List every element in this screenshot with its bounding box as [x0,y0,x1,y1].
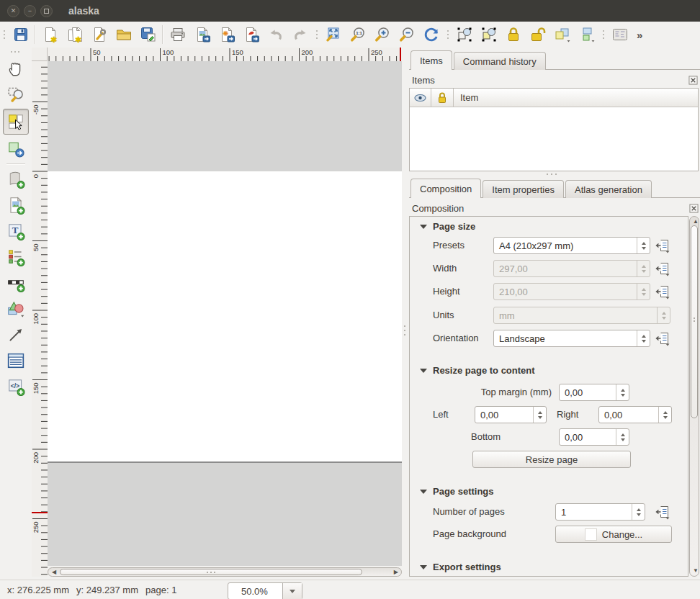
spin-arrows-icon[interactable] [658,407,671,423]
tab-composition[interactable]: Composition [410,179,481,198]
scroll-down-icon[interactable]: ▼ [693,568,699,574]
scroll-left-icon[interactable]: ◀ [52,569,56,575]
orientation-combobox[interactable]: Landscape [493,330,650,347]
section-page-size[interactable]: Page size [420,221,475,232]
load-from-template-button[interactable] [113,24,134,45]
undo-button[interactable] [265,24,286,45]
scrollbar-thumb[interactable] [60,569,362,575]
visibility-column-eye-icon [414,94,426,102]
lock-items-button[interactable] [503,24,524,45]
tab-command-history[interactable]: Command history [454,52,546,70]
zoom-dropdown-icon[interactable] [282,583,302,599]
bottom-margin-spinbox[interactable]: 0,00 [559,428,629,446]
add-legend-button[interactable] [4,246,27,269]
close-window-icon[interactable]: ✕ [7,5,19,17]
items-table[interactable]: Item [409,88,699,171]
combo-arrows-icon[interactable] [637,330,650,346]
save-project-button[interactable] [10,24,31,45]
section-page-settings[interactable]: Page settings [420,486,494,497]
section-resize-page[interactable]: Resize page to content [420,365,535,376]
toolbar-grip[interactable] [7,49,24,54]
add-map-button[interactable] [4,168,27,191]
add-arrow-button[interactable] [4,323,27,346]
unlock-items-button[interactable] [527,24,548,45]
move-item-content-button[interactable] [4,138,27,161]
toolbar-grip[interactable] [601,26,606,43]
right-margin-spinbox[interactable]: 0,00 [598,406,672,423]
duplicate-composition-button[interactable]: ✱ [64,24,85,45]
composition-tabbar: Composition Item properties Atlas genera… [410,179,653,198]
toolbar-overflow-button[interactable]: » [634,29,645,41]
composition-page[interactable] [48,171,402,461]
data-defined-override-button[interactable] [653,503,672,521]
spin-arrows-icon[interactable] [616,384,629,400]
tab-item-properties[interactable]: Item properties [483,180,564,198]
zoom-actual-button[interactable]: 1:1 [347,24,368,45]
toolbar-grip[interactable] [445,26,450,43]
minimize-window-icon[interactable]: − [24,5,36,17]
select-move-item-button[interactable] [3,109,29,135]
left-margin-spinbox[interactable]: 0,00 [475,406,547,423]
export-pdf-button[interactable] [241,24,261,45]
column-separator [431,89,431,107]
zoom-level-combobox[interactable]: 50.0% [228,582,302,599]
atlas-preview-button[interactable] [609,24,630,45]
new-composition-button[interactable]: ✱ [40,24,60,45]
export-svg-button[interactable]: ✺ [216,24,237,45]
spin-arrows-icon[interactable] [616,429,629,445]
panel-splitter[interactable] [403,323,407,342]
horizontal-ruler: 50100150200250 [48,48,402,61]
scrollbar-thumb[interactable] [691,225,698,418]
tab-atlas-generation[interactable]: Atlas generation [565,180,652,198]
ungroup-items-button[interactable] [478,24,499,45]
close-icon[interactable] [688,76,698,85]
add-scalebar-button[interactable] [4,271,27,294]
top-margin-spinbox[interactable]: 0,00 [559,384,629,401]
toolbar-grip[interactable] [314,26,319,43]
align-items-button[interactable] [576,24,597,45]
close-icon[interactable] [689,204,699,213]
export-image-button[interactable] [192,24,212,45]
canvas-horizontal-scrollbar[interactable]: ◀ ▶ [48,567,402,577]
add-image-button[interactable] [4,194,27,217]
combo-arrows-icon[interactable] [637,238,650,253]
pan-button[interactable] [4,57,27,80]
refresh-view-button[interactable] [421,24,441,45]
number-of-pages-spinbox[interactable]: 1 [555,503,645,521]
data-defined-override-button[interactable] [653,237,672,254]
raise-items-button[interactable] [552,24,573,45]
zoom-full-button[interactable] [323,24,344,45]
presets-combobox[interactable]: A4 (210x297 mm) [493,237,650,254]
dock-splitter[interactable] [544,172,563,176]
composition-dock-title: Composition [412,203,464,214]
add-attribute-table-button[interactable] [4,349,27,372]
composition-canvas[interactable] [48,61,402,566]
page-background-change-button[interactable]: Change... [555,526,672,543]
unlock-items-icon [529,26,547,43]
composition-manager-button[interactable] [89,24,109,45]
collapse-arrow-icon [420,490,427,494]
data-defined-override-button[interactable] [653,260,672,277]
data-defined-override-button[interactable] [653,283,672,300]
panel-vertical-scrollbar[interactable]: ▲ ▼ [689,216,699,577]
print-button[interactable] [167,24,188,45]
save-as-template-button[interactable] [138,24,158,45]
add-label-button[interactable]: T [4,220,27,243]
zoom-in-button[interactable] [372,24,392,45]
scroll-up-icon[interactable]: ▲ [693,219,699,225]
zoom-tool-button[interactable] [4,83,27,106]
spin-arrows-icon[interactable] [533,407,546,423]
data-defined-override-button[interactable] [653,330,672,347]
tab-items[interactable]: Items [410,50,452,70]
resize-page-button[interactable]: Resize page [472,451,631,468]
spin-arrows-icon[interactable] [632,504,645,520]
add-shape-button[interactable] [4,297,27,320]
group-items-button[interactable] [454,24,475,45]
toolbar-grip[interactable] [1,26,6,43]
zoom-out-button[interactable] [396,24,417,45]
redo-button[interactable] [290,24,310,45]
add-html-button[interactable]: </> [4,375,27,398]
maximize-window-icon[interactable] [40,5,53,17]
scroll-right-icon[interactable]: ▶ [394,569,398,575]
section-export-settings[interactable]: Export settings [420,562,501,572]
